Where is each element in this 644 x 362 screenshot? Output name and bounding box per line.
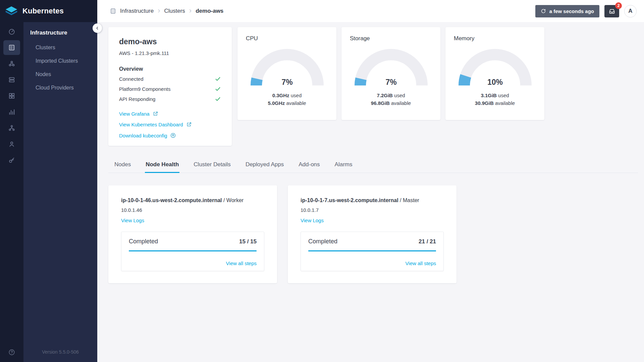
node-health-card-master: ip-10-0-1-7.us-west-2.compute.internal /… [288,185,457,283]
app-title: Kubernetes [22,7,64,15]
status-label: Connected [119,76,144,82]
download-kubeconfig-link[interactable]: Download kubeconfig [119,132,221,138]
check-icon [215,96,221,102]
steps-status: Completed [129,238,158,245]
used-value: 7.2GiB [377,93,393,98]
status-label: Platform9 Components [119,86,170,92]
status-row-api: API Responding [119,96,221,102]
steps-box: Completed 21 / 21 View all steps [301,232,444,271]
gauge-stats: 7.2GiB used 96.8GiB available [350,92,432,107]
link-label: Download kubeconfig [119,133,167,138]
node-ip: 10.0.1.7 [301,207,444,213]
cpu-gauge: 7% [246,46,328,89]
check-icon [215,86,221,92]
server-rack-icon [8,44,15,51]
used-value: 0.3GHz [272,93,289,98]
rail-item-api-access[interactable] [3,153,20,168]
help-button[interactable] [0,349,23,356]
tab-nodes[interactable]: Nodes [114,157,131,173]
rail-item-namespaces[interactable] [3,88,20,103]
node-hostname: ip-10-0-1-46.us-west-2.compute.internal [121,197,222,203]
view-logs-link[interactable]: View Logs [121,218,144,223]
overview-links: View Grafana View Kubernetes Dashboard [119,111,221,138]
view-grafana-link[interactable]: View Grafana [119,111,221,117]
used-word: used [497,93,509,98]
overview-section-title: Overview [119,66,221,72]
gauge-title: Storage [350,35,432,42]
breadcrumb-clusters[interactable]: Clusters [164,8,185,14]
download-icon [170,132,176,138]
steps-count: 15 / 15 [239,238,257,245]
rail-item-users[interactable] [3,137,20,152]
progress-bar [308,250,436,251]
breadcrumb-current-page: demo-aws [196,8,223,14]
breadcrumb-separator: › [189,7,192,15]
gauge-percent: 7% [385,78,396,86]
memory-usage-card: Memory 10% 3.1GiB used 30.9GiB available [445,27,544,120]
storage-icon [8,76,15,83]
gauge-stats: 3.1GiB used 30.9GiB available [454,92,536,107]
summary-row: demo-aws AWS - 1.21.3-pmk.111 Overview C… [108,27,638,146]
used-word: used [393,93,405,98]
gauge-used: 3.1GiB used [454,92,536,99]
speedometer-icon [8,28,15,35]
available-value: 30.9GiB [475,100,494,106]
icon-rail [0,22,23,362]
sidebar-item-nodes[interactable]: Nodes [23,68,97,81]
cpu-usage-card: CPU 7% 0.3GHz used 5.0GHz available [237,27,336,120]
tab-node-health[interactable]: Node Health [145,157,179,173]
gauge-available: 30.9GiB available [454,99,536,107]
sidebar-item-cloud-providers[interactable]: Cloud Providers [23,81,97,95]
node-health-row: ip-10-0-1-46.us-west-2.compute.internal … [108,185,638,283]
bar-chart-icon [8,108,15,116]
view-all-steps-link[interactable]: View all steps [308,260,436,266]
view-logs-link[interactable]: View Logs [301,218,324,223]
rail-item-rbac[interactable] [3,121,20,135]
available-value: 5.0GHz [268,100,285,106]
gauge-title: Memory [454,35,536,42]
gauge-stats: 0.3GHz used 5.0GHz available [246,92,328,107]
used-value: 3.1GiB [481,93,497,98]
cluster-nodes-icon [8,60,15,67]
view-all-steps-link[interactable]: View all steps [129,260,257,266]
sidebar: Kubernetes [0,0,97,362]
rail-item-workloads[interactable] [3,56,20,71]
user-icon [8,140,15,148]
org-chart-icon [8,124,15,132]
gauge-percent: 10% [487,78,502,86]
app-logo[interactable]: Kubernetes [0,0,97,22]
node-role: / Worker [222,197,244,203]
rail-item-infrastructure[interactable] [3,40,20,55]
sidebar-item-clusters[interactable]: Clusters [23,41,97,54]
view-kubernetes-dashboard-link[interactable]: View Kubernetes Dashboard [119,122,221,127]
external-link-icon [153,111,158,117]
tab-alarms[interactable]: Alarms [334,157,353,173]
used-word: used [289,93,302,98]
sidebar-collapse-button[interactable] [93,23,102,33]
external-link-icon [186,122,192,127]
notifications-button[interactable]: 2 [604,5,619,17]
steps-status: Completed [308,238,337,245]
rail-item-storage[interactable] [3,72,20,87]
breadcrumb-infrastructure[interactable]: Infrastructure [120,8,154,14]
chevron-left-icon [95,26,100,31]
breadcrumb: Infrastructure › Clusters › demo-aws [110,7,223,15]
breadcrumb-separator: › [157,7,160,15]
refresh-label: a few seconds ago [549,8,594,14]
tab-cluster-details[interactable]: Cluster Details [193,157,231,173]
refresh-button[interactable]: a few seconds ago [535,5,599,17]
rail-item-dashboard[interactable] [3,24,20,39]
tab-add-ons[interactable]: Add-ons [298,157,320,173]
available-word: available [494,100,515,106]
gauge-title: CPU [246,35,328,42]
steps-box: Completed 15 / 15 View all steps [121,232,264,271]
rail-item-monitoring[interactable] [3,105,20,119]
available-word: available [390,100,411,106]
page-content: demo-aws AWS - 1.21.3-pmk.111 Overview C… [97,22,644,362]
node-ip: 10.0.1.46 [121,207,264,213]
status-row-connected: Connected [119,76,221,82]
tab-deployed-apps[interactable]: Deployed Apps [245,157,284,173]
avatar[interactable]: A [624,5,637,17]
sidebar-item-imported-clusters[interactable]: Imported Clusters [23,54,97,68]
infrastructure-icon [110,8,116,14]
